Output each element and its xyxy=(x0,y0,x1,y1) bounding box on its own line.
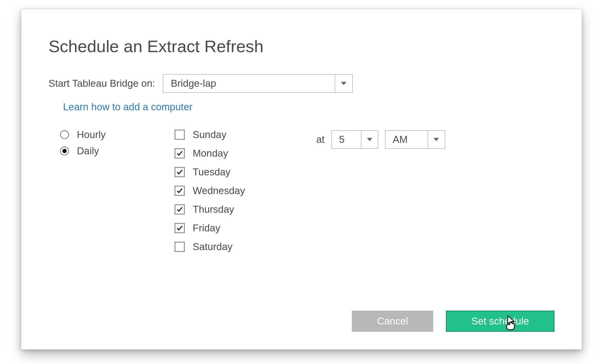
day-label: Monday xyxy=(193,148,228,159)
day-label: Thursday xyxy=(193,204,234,215)
checkbox-icon xyxy=(175,130,185,140)
checkbox-icon xyxy=(175,223,185,233)
day-option-thursday[interactable]: Thursday xyxy=(175,204,304,215)
set-schedule-button[interactable]: Set schedule xyxy=(446,311,554,332)
start-bridge-label: Start Tableau Bridge on: xyxy=(49,78,155,89)
day-label: Friday xyxy=(193,222,220,234)
frequency-label: Daily xyxy=(77,145,99,157)
frequency-option-hourly[interactable]: Hourly xyxy=(60,129,175,140)
day-label: Tuesday xyxy=(193,166,230,178)
frequency-column: Hourly Daily xyxy=(60,129,175,162)
checkbox-icon xyxy=(175,186,185,196)
radio-icon xyxy=(60,146,69,155)
day-option-sunday[interactable]: Sunday xyxy=(175,129,304,140)
time-column: at 5 AM xyxy=(316,129,445,149)
day-label: Wednesday xyxy=(193,185,245,196)
ampm-value: AM xyxy=(386,131,428,148)
day-option-monday[interactable]: Monday xyxy=(175,148,304,159)
chevron-down-icon xyxy=(428,131,445,148)
checkbox-icon xyxy=(175,148,185,158)
day-option-saturday[interactable]: Saturday xyxy=(175,241,304,253)
checkbox-icon xyxy=(175,204,185,215)
bridge-dropdown[interactable]: Bridge-lap xyxy=(163,74,353,93)
schedule-body: Hourly Daily Sunday Monday Tuesday xyxy=(49,129,554,260)
dialog-footer: Cancel Set schedule xyxy=(352,311,554,332)
bridge-dropdown-value: Bridge-lap xyxy=(163,75,335,92)
schedule-extract-refresh-dialog: Schedule an Extract Refresh Start Tablea… xyxy=(21,9,582,350)
chevron-down-icon xyxy=(361,131,378,148)
day-label: Saturday xyxy=(193,241,232,253)
chevron-down-icon xyxy=(335,75,352,92)
hour-dropdown[interactable]: 5 xyxy=(331,130,378,149)
at-label: at xyxy=(316,134,325,145)
bridge-selector-row: Start Tableau Bridge on: Bridge-lap xyxy=(49,74,554,93)
learn-add-computer-link[interactable]: Learn how to add a computer xyxy=(63,101,192,113)
frequency-option-daily[interactable]: Daily xyxy=(60,145,175,157)
frequency-label: Hourly xyxy=(77,129,106,140)
day-label: Sunday xyxy=(193,129,226,140)
day-option-tuesday[interactable]: Tuesday xyxy=(175,166,304,178)
dialog-title: Schedule an Extract Refresh xyxy=(49,36,554,56)
ampm-dropdown[interactable]: AM xyxy=(385,130,445,149)
days-column: Sunday Monday Tuesday Wednesday Thursday… xyxy=(175,129,304,260)
radio-icon xyxy=(60,130,69,139)
hour-value: 5 xyxy=(332,131,361,148)
day-option-wednesday[interactable]: Wednesday xyxy=(175,185,304,196)
cancel-button[interactable]: Cancel xyxy=(352,311,433,332)
checkbox-icon xyxy=(175,242,185,252)
day-option-friday[interactable]: Friday xyxy=(175,222,304,234)
checkbox-icon xyxy=(175,167,185,177)
